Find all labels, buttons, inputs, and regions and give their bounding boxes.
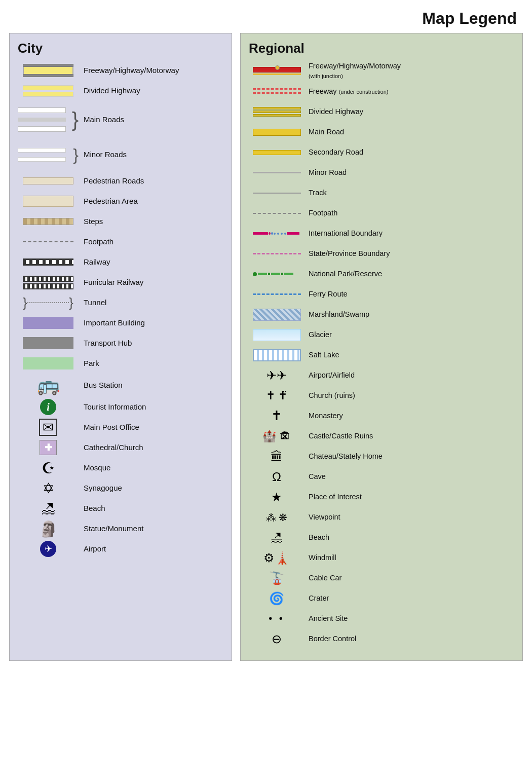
- list-item: Freeway/Highway/Motorway (with junction): [249, 61, 514, 81]
- list-item: ✡ Synagogue: [18, 479, 223, 497]
- symbol-reg-glacier: [249, 329, 305, 341]
- symbol-steps: [18, 218, 79, 225]
- symbol-reg-secondary: [249, 150, 305, 155]
- symbol-reg-chateau: 🏛: [249, 450, 305, 464]
- list-item: 🏛 Chateau/Stately Home: [249, 448, 514, 466]
- beach-reg-icon: 🏖: [271, 531, 283, 545]
- symbol-reg-airport: ✈✈: [249, 368, 305, 383]
- list-item: i Tourist Information: [18, 398, 223, 416]
- symbol-reg-ferry: [249, 293, 305, 295]
- list-item: Pedestrian Area: [18, 192, 223, 210]
- symbol-minor-roads: }: [18, 146, 79, 163]
- label-reg-national-park: National Park/Reserve: [305, 269, 382, 279]
- symbol-divided-city: [18, 85, 79, 97]
- list-item: Glacier: [249, 326, 514, 344]
- label-important-building: Important Building: [79, 318, 145, 328]
- label-bus-station: Bus Station: [79, 380, 123, 390]
- label-reg-border: Border Control: [305, 634, 356, 644]
- symbol-park: [18, 357, 79, 369]
- cablecar-icon: 🚡: [269, 571, 284, 585]
- list-item: 🏖 Beach: [18, 499, 223, 517]
- symbol-tourist-info: i: [18, 399, 79, 415]
- label-beach-city: Beach: [79, 503, 105, 513]
- list-item: 🚌 Bus Station: [18, 375, 223, 396]
- label-reg-freeway-construction: Freeway (under construction): [305, 87, 388, 96]
- list-item: ✝ ✝̈ Church (ruins): [249, 387, 514, 405]
- label-pedestrian-area: Pedestrian Area: [79, 196, 138, 206]
- list-item: International Boundary: [249, 225, 514, 243]
- label-reg-ancient: Ancient Site: [305, 614, 348, 623]
- label-synagogue: Synagogue: [79, 483, 122, 493]
- label-statue: Statue/Monument: [79, 524, 143, 534]
- symbol-reg-track: [249, 193, 305, 194]
- symbol-footpath-city: [18, 241, 79, 242]
- symbol-pedestrian-area: [18, 196, 79, 207]
- page-title: Map Legend: [0, 0, 532, 33]
- label-cathedral: Cathedral/Church: [79, 442, 143, 453]
- symbol-reg-footpath: [249, 213, 305, 214]
- symbol-reg-monastery: ✝: [249, 408, 305, 424]
- symbol-synagogue: ✡: [18, 480, 79, 497]
- viewpoint-icon: ⁂ ❋: [266, 511, 288, 524]
- cave-icon: Ω: [272, 470, 281, 484]
- border-control-icon: ⊖: [272, 632, 282, 646]
- list-item: Freeway/Highway/Motorway: [18, 61, 223, 80]
- list-item: } Main Roads: [18, 102, 223, 137]
- label-airport-city: Airport: [79, 544, 106, 554]
- list-item: Funicular Railway: [18, 273, 223, 291]
- info-icon: i: [40, 399, 56, 415]
- list-item: ★ Place of Interest: [249, 488, 514, 506]
- windmill-icon: ⚙🗼: [263, 551, 290, 565]
- symbol-railway: [18, 258, 79, 266]
- list-item: ✝ Monastery: [249, 407, 514, 425]
- symbol-reg-freeway-construction: [249, 88, 305, 95]
- label-reg-main-road: Main Road: [305, 127, 344, 137]
- label-transport-hub: Transport Hub: [79, 338, 132, 348]
- castle-icon: 🏰 🏚: [262, 430, 290, 443]
- list-item: 🏰 🏚 Castle/Castle Ruins: [249, 427, 514, 446]
- bus-icon: 🚌: [37, 375, 60, 396]
- list-item: Salt Lake: [249, 346, 514, 364]
- list-item: ⊖ Border Control: [249, 630, 514, 648]
- list-item: Divided Highway: [18, 82, 223, 100]
- symbol-pedestrian-roads: [18, 177, 79, 184]
- list-item: State/Province Boundary: [249, 245, 514, 263]
- symbol-reg-marshland: [249, 309, 305, 321]
- list-item: Main Road: [249, 123, 514, 141]
- beach-icon: 🏖: [41, 500, 55, 517]
- symbol-reg-intl-boundary: [249, 232, 305, 235]
- label-reg-secondary: Secondary Road: [305, 147, 363, 157]
- list-item: Steps: [18, 212, 223, 231]
- mail-icon: ✉: [39, 419, 57, 436]
- label-tunnel: Tunnel: [79, 298, 106, 308]
- label-reg-church: Church (ruins): [305, 391, 355, 400]
- symbol-bus-station: 🚌: [18, 375, 79, 396]
- label-reg-airport: Airport/Airfield: [305, 371, 355, 380]
- label-reg-intl-boundary: International Boundary: [305, 229, 383, 238]
- symbol-reg-interest: ★: [249, 490, 305, 504]
- list-item: ✈ Airport: [18, 540, 223, 558]
- label-reg-glacier: Glacier: [305, 330, 332, 340]
- monastery-icon: ✝: [271, 408, 282, 424]
- crater-icon: 🌀: [269, 591, 284, 606]
- label-minor-roads: Minor Roads: [79, 150, 127, 160]
- statue-icon: 🗿: [39, 520, 58, 538]
- symbol-reg-beach: 🏖: [249, 531, 305, 545]
- list-item: 🗿 Statue/Monument: [18, 520, 223, 538]
- chateau-icon: 🏛: [271, 450, 283, 464]
- list-item: Park: [18, 354, 223, 373]
- church-icon: ✝ ✝̈: [266, 389, 287, 402]
- city-section: City Freeway/Highway/Motorway Divided Hi…: [9, 33, 232, 661]
- symbol-mosque: ☪: [18, 459, 79, 477]
- symbol-reg-main-road: [249, 129, 305, 136]
- list-item: ⚙🗼 Windmill: [249, 549, 514, 567]
- label-reg-monastery: Monastery: [305, 411, 343, 421]
- label-reg-footpath: Footpath: [305, 208, 337, 218]
- regional-heading: Regional: [249, 41, 514, 56]
- regional-section: Regional Freeway/Highway/Motorway (with …: [240, 33, 523, 661]
- label-footpath-city: Footpath: [79, 237, 113, 247]
- symbol-statue: 🗿: [18, 520, 79, 538]
- symbol-reg-cablecar: 🚡: [249, 571, 305, 585]
- label-reg-track: Track: [305, 188, 327, 198]
- label-main-roads: Main Roads: [79, 115, 124, 125]
